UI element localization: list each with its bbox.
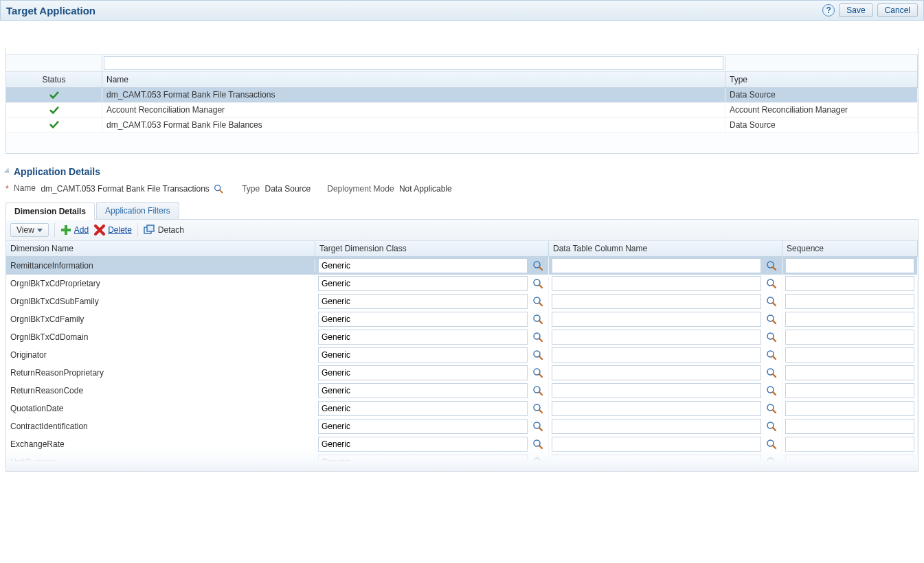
sequence-input[interactable] (785, 401, 914, 416)
sequence-input[interactable] (785, 437, 914, 452)
data-column-lookup[interactable] (764, 401, 779, 416)
table-row[interactable]: RemittanceInformation (6, 257, 918, 275)
target-class-lookup[interactable] (530, 330, 545, 345)
data-column-input[interactable] (552, 401, 761, 416)
target-class-lookup[interactable] (530, 347, 545, 363)
application-details-header[interactable]: Application Details (5, 166, 919, 177)
col-data-table-column-name[interactable]: Data Table Column Name (549, 241, 782, 256)
add-button[interactable]: Add (60, 225, 89, 235)
data-column-input[interactable] (552, 347, 761, 363)
data-column-lookup[interactable] (764, 419, 779, 434)
sequence-input[interactable] (785, 312, 914, 327)
data-column-lookup[interactable] (764, 312, 779, 327)
data-column-lookup[interactable] (764, 330, 779, 345)
col-name[interactable]: Name (102, 72, 725, 87)
target-class-input[interactable] (318, 365, 528, 380)
target-class-lookup[interactable] (530, 312, 545, 327)
data-column-lookup[interactable] (764, 258, 779, 273)
table-row[interactable]: OrgnlBkTxCdDomain (6, 328, 918, 346)
tab-application-filters[interactable]: Application Filters (96, 202, 179, 219)
name-filter-input[interactable] (104, 56, 723, 70)
data-column-lookup[interactable] (764, 383, 779, 398)
sequence-input[interactable] (785, 383, 914, 398)
cancel-button[interactable]: Cancel (877, 3, 918, 17)
search-icon (532, 260, 544, 272)
sequence-input[interactable] (785, 365, 914, 380)
name-lookup-button[interactable] (212, 183, 225, 195)
target-class-input[interactable] (318, 437, 528, 452)
target-class-lookup[interactable] (530, 401, 545, 416)
data-column-input[interactable] (552, 383, 761, 398)
data-column-input[interactable] (552, 294, 761, 309)
col-type[interactable]: Type (725, 72, 918, 87)
data-column-input[interactable] (552, 276, 761, 291)
target-class-lookup[interactable] (530, 258, 545, 273)
target-class-input[interactable] (318, 347, 528, 363)
col-target-dimension-class[interactable]: Target Dimension Class (315, 241, 549, 256)
data-column-input[interactable] (552, 419, 761, 434)
dimension-body: RemittanceInformationOrgnlBkTxCdPropriet… (6, 257, 918, 471)
sequence-input[interactable] (785, 276, 914, 291)
col-status[interactable]: Status (6, 72, 102, 87)
table-row[interactable]: ReturnReasonProprietary (6, 364, 918, 382)
data-column-lookup[interactable] (764, 294, 779, 309)
sequence-cell (782, 453, 918, 471)
target-class-input[interactable] (318, 312, 528, 327)
sequence-input[interactable] (785, 419, 914, 434)
target-class-lookup[interactable] (530, 294, 545, 309)
target-class-lookup[interactable] (530, 437, 545, 452)
data-column-lookup[interactable] (764, 347, 779, 363)
dimension-name-cell: OrgnlBkTxCdProprietary (6, 277, 315, 290)
sequence-input[interactable] (785, 347, 914, 363)
col-sequence[interactable]: Sequence (782, 241, 918, 256)
col-dimension-name[interactable]: Dimension Name (6, 241, 315, 256)
data-column-input[interactable] (552, 258, 761, 273)
target-class-input[interactable] (318, 401, 528, 416)
sequence-input[interactable] (785, 258, 914, 273)
target-class-input[interactable] (318, 419, 528, 434)
target-class-lookup[interactable] (530, 276, 545, 291)
table-row[interactable]: UnitCurrency (6, 453, 918, 471)
target-class-lookup[interactable] (530, 419, 545, 434)
table-row[interactable]: dm_CAMT.053 Format Bank File Transaction… (6, 88, 918, 103)
data-column-lookup[interactable] (764, 455, 779, 470)
search-icon (532, 331, 544, 343)
search-icon (532, 420, 544, 433)
help-icon[interactable]: ? (822, 4, 835, 16)
target-class-input[interactable] (318, 330, 528, 345)
target-class-input[interactable] (318, 294, 528, 309)
table-row[interactable]: OrgnlBkTxCdProprietary (6, 275, 918, 292)
delete-button[interactable]: Delete (94, 225, 132, 235)
target-class-input[interactable] (318, 383, 528, 398)
data-column-input[interactable] (552, 330, 761, 345)
view-menu-button[interactable]: View (10, 223, 49, 237)
detach-button[interactable]: Detach (144, 225, 184, 235)
target-class-input[interactable] (318, 276, 528, 291)
table-row[interactable]: Account Reconciliation ManagerAccount Re… (6, 103, 918, 118)
target-class-lookup[interactable] (530, 455, 545, 470)
table-row[interactable]: dm_CAMT.053 Format Bank File BalancesDat… (6, 118, 918, 133)
data-column-lookup[interactable] (764, 276, 779, 291)
tab-dimension-details[interactable]: Dimension Details (5, 203, 95, 220)
save-button[interactable]: Save (839, 3, 872, 17)
target-class-input[interactable] (318, 455, 528, 470)
table-row[interactable]: OrgnlBkTxCdSubFamily (6, 292, 918, 310)
data-column-input[interactable] (552, 312, 761, 327)
sequence-input[interactable] (785, 330, 914, 345)
data-column-lookup[interactable] (764, 365, 779, 380)
data-column-lookup[interactable] (764, 437, 779, 452)
data-column-input[interactable] (552, 455, 761, 470)
table-row[interactable]: OrgnlBkTxCdFamily (6, 310, 918, 328)
data-column-input[interactable] (552, 365, 761, 380)
table-row[interactable]: Originator (6, 346, 918, 364)
target-class-lookup[interactable] (530, 365, 545, 380)
data-column-input[interactable] (552, 437, 761, 452)
target-class-input[interactable] (318, 258, 528, 273)
table-row[interactable]: ContractIdentification (6, 417, 918, 435)
table-row[interactable]: ReturnReasonCode (6, 382, 918, 400)
target-class-lookup[interactable] (530, 383, 545, 398)
table-row[interactable]: QuotationDate (6, 400, 918, 417)
table-row[interactable]: ExchangeRate (6, 435, 918, 453)
sequence-input[interactable] (785, 294, 914, 309)
sequence-input[interactable] (785, 455, 914, 470)
